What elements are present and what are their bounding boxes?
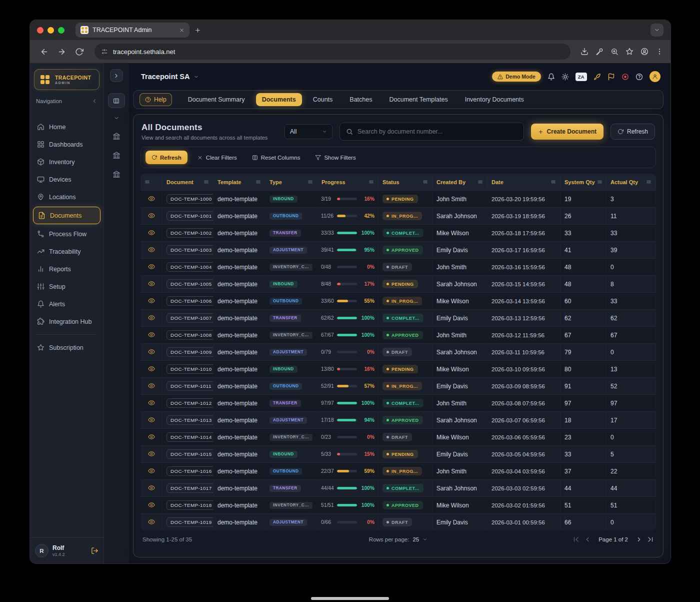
window-zoom-button[interactable] [58, 27, 64, 34]
window-close-button[interactable] [37, 27, 44, 34]
view-document-button[interactable] [147, 518, 156, 526]
table-row[interactable]: DOC-TEMP-1011demo-templateOUTBOUND52/915… [140, 377, 656, 394]
table-row[interactable]: DOC-TEMP-1008demo-templateINVENTORY_C...… [140, 326, 656, 343]
table-row[interactable]: DOC-TEMP-1012demo-templateTRANSFER97/971… [140, 394, 656, 411]
rail-more-icon[interactable] [114, 115, 120, 121]
prev-page-button[interactable] [584, 536, 591, 543]
view-document-button[interactable] [147, 314, 156, 322]
template-filter-select[interactable]: All [284, 124, 332, 139]
help-button[interactable]: Help [140, 93, 172, 106]
view-document-button[interactable] [147, 246, 156, 254]
view-document-button[interactable] [147, 416, 156, 424]
table-row[interactable]: DOC-TEMP-1014demo-templateINVENTORY_C...… [140, 428, 656, 445]
zoom-icon[interactable] [610, 48, 618, 56]
view-document-button[interactable] [147, 348, 156, 356]
sidebar-item-reports[interactable]: Reports [30, 260, 104, 278]
column-header-document[interactable]: Document [162, 174, 214, 190]
column-header-date[interactable]: Date [488, 174, 560, 190]
tab-close-icon[interactable] [179, 28, 184, 33]
refresh-button[interactable]: Refresh [610, 124, 655, 140]
sidebar-item-inventory[interactable]: Inventory [30, 153, 104, 171]
sidebar-item-integration-hub[interactable]: Integration Hub [30, 313, 104, 330]
org-switcher[interactable]: Tracepoint SA [141, 73, 199, 81]
view-document-button[interactable] [147, 229, 156, 237]
first-page-button[interactable] [572, 536, 580, 543]
address-bar[interactable]: tracepoint.sethala.net [94, 44, 570, 60]
view-document-button[interactable] [147, 467, 156, 475]
view-document-button[interactable] [147, 382, 156, 390]
logout-icon[interactable] [91, 547, 98, 554]
forward-button[interactable] [58, 48, 66, 56]
search-input[interactable] [358, 128, 518, 135]
column-header-progress[interactable]: Progress [318, 174, 378, 190]
back-button[interactable] [40, 48, 48, 56]
new-tab-button[interactable] [194, 27, 201, 34]
help-icon[interactable] [636, 73, 643, 81]
rail-columns-button[interactable] [108, 93, 125, 108]
table-row[interactable]: DOC-TEMP-1003demo-templateADJUSTMENT39/4… [140, 241, 656, 258]
view-document-button[interactable] [147, 501, 156, 509]
tab-batches[interactable]: Batches [344, 93, 378, 106]
facility-icon[interactable] [112, 151, 120, 159]
table-row[interactable]: DOC-TEMP-1015demo-templateINBOUND5/3315%… [140, 445, 656, 462]
toolbar-refresh-button[interactable]: Refresh [146, 151, 188, 164]
tab-search-button[interactable] [650, 24, 664, 37]
column-header-system-qty[interactable]: System Qty [560, 174, 606, 190]
sidebar-item-setup[interactable]: Setup [30, 278, 104, 295]
browser-menu-icon[interactable] [656, 48, 664, 56]
view-document-button[interactable] [147, 365, 156, 373]
bookmark-icon[interactable] [626, 48, 634, 56]
locale-badge[interactable]: ZA [576, 73, 587, 81]
table-row[interactable]: DOC-TEMP-1002demo-templateTRANSFER33/331… [140, 224, 656, 241]
sidebar-item-devices[interactable]: Devices [30, 171, 104, 188]
sidebar-item-locations[interactable]: Locations [30, 188, 104, 206]
table-row[interactable]: DOC-TEMP-1017demo-templateTRANSFER44/441… [140, 479, 656, 496]
sidebar-item-documents[interactable]: Documents [33, 207, 100, 224]
table-row[interactable]: DOC-TEMP-1018demo-templateINVENTORY_C...… [140, 496, 656, 513]
reset-columns-button[interactable]: Reset Columns [246, 151, 306, 164]
account-avatar[interactable] [650, 71, 660, 82]
column-header-status[interactable]: Status [378, 174, 432, 190]
next-page-button[interactable] [636, 536, 642, 543]
column-header-created-by[interactable]: Created By [432, 174, 488, 190]
view-document-button[interactable] [147, 399, 156, 407]
browser-tab[interactable]: TRACEPOINT Admin [76, 23, 190, 38]
rail-expand-button[interactable] [110, 69, 123, 82]
table-row[interactable]: DOC-TEMP-1001demo-templateOUTBOUND11/264… [140, 207, 656, 224]
theme-toggle-icon[interactable] [562, 73, 569, 81]
notifications-icon[interactable] [548, 73, 555, 81]
sidebar-item-home[interactable]: Home [30, 118, 104, 136]
tab-document-templates[interactable]: Document Templates [383, 93, 454, 106]
column-header-type[interactable]: Type [266, 174, 318, 190]
window-minimize-button[interactable] [48, 27, 54, 34]
table-row[interactable]: DOC-TEMP-1013demo-templateADJUSTMENT17/1… [140, 411, 656, 428]
view-document-button[interactable] [147, 263, 156, 271]
view-document-button[interactable] [147, 212, 156, 220]
sidebar-collapse-icon[interactable] [92, 98, 98, 104]
table-row[interactable]: DOC-TEMP-1007demo-templateTRANSFER62/621… [140, 309, 656, 326]
last-page-button[interactable] [647, 536, 654, 543]
password-manager-icon[interactable] [596, 48, 604, 56]
install-icon[interactable] [580, 48, 588, 56]
view-document-button[interactable] [147, 484, 156, 492]
table-row[interactable]: DOC-TEMP-1006demo-templateOUTBOUND33/605… [140, 292, 656, 309]
table-row[interactable]: DOC-TEMP-1016demo-templateOUTBOUND22/375… [140, 462, 656, 479]
sidebar-item-dashboards[interactable]: Dashboards [30, 136, 104, 153]
facility-icon[interactable] [112, 132, 120, 140]
reload-button[interactable] [75, 48, 84, 56]
table-row[interactable]: DOC-TEMP-1019demo-templateADJUSTMENT0/66… [140, 513, 656, 530]
view-document-button[interactable] [147, 450, 156, 458]
profile-icon[interactable] [640, 48, 648, 56]
view-document-button[interactable] [147, 280, 156, 288]
sidebar-item-traceability[interactable]: Traceability [30, 243, 104, 260]
facility-icon[interactable] [112, 170, 120, 178]
view-document-button[interactable] [147, 195, 156, 203]
table-row[interactable]: DOC-TEMP-1009demo-templateADJUSTMENT0/79… [140, 343, 656, 360]
table-row[interactable]: DOC-TEMP-1005demo-templateINBOUND8/4817%… [140, 275, 656, 292]
sidebar-item-subscription[interactable]: Subscription [30, 339, 104, 356]
flag-icon[interactable] [608, 73, 615, 81]
sidebar-item-process-flow[interactable]: Process Flow [30, 225, 104, 243]
record-icon[interactable] [622, 73, 629, 81]
table-row[interactable]: DOC-TEMP-1010demo-templateINBOUND13/8016… [140, 360, 656, 377]
site-settings-icon[interactable] [101, 48, 108, 55]
